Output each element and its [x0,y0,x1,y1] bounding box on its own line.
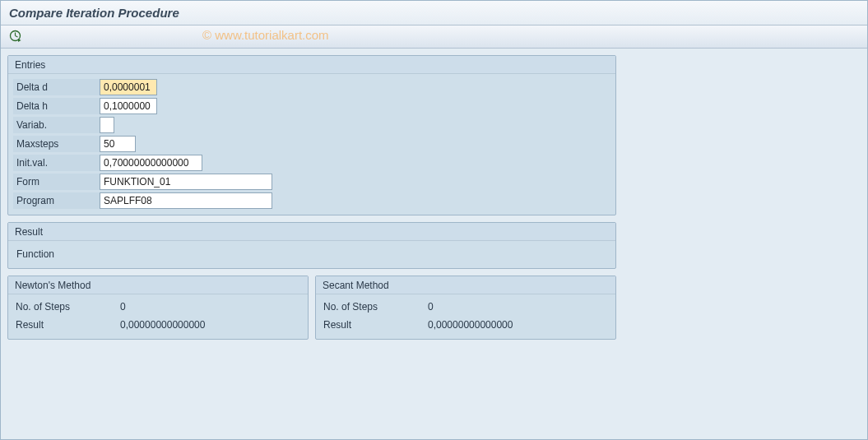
clock-execute-icon [9,30,21,44]
secant-header: Secant Method [316,276,615,294]
secant-body: No. of Steps 0 Result 0,00000000000000 [316,294,615,339]
watermark-text: © www.tutorialkart.com [202,28,329,42]
row-form: Form [13,172,610,191]
secant-steps-label: No. of Steps [321,301,411,313]
result-header: Result [8,223,615,241]
newton-body: No. of Steps 0 Result 0,00000000000000 [8,294,308,339]
row-initval: Init.val. [13,153,610,172]
row-delta-d: Delta d [13,77,610,96]
row-program: Program [13,191,610,210]
label-function: Function [13,246,79,262]
newton-result-label: Result [13,319,104,331]
toolbar: © www.tutorialkart.com [1,25,867,49]
result-group: Result Function [7,222,616,269]
secant-steps-value: 0 [428,301,434,313]
input-delta-h[interactable] [100,98,157,114]
secant-steps-row: No. of Steps 0 [321,298,610,316]
entries-header: Entries [8,56,615,74]
label-delta-h: Delta h [13,98,100,114]
newton-result-row: Result 0,00000000000000 [13,316,303,334]
input-variab[interactable] [100,117,114,133]
secant-group: Secant Method No. of Steps 0 Result 0,00… [315,276,616,340]
secant-result-row: Result 0,00000000000000 [321,316,610,334]
content-area: Entries Delta d Delta h Variab. Maxsteps [1,49,867,439]
input-form[interactable] [100,174,272,190]
label-program: Program [13,192,100,209]
page-title: Compare Iteration Procedure [9,6,859,20]
title-bar: Compare Iteration Procedure [1,1,867,25]
entries-group: Entries Delta d Delta h Variab. Maxsteps [7,55,616,215]
input-maxsteps[interactable] [100,136,136,152]
newton-header: Newton's Method [8,276,308,294]
row-function: Function [13,244,610,263]
input-initval[interactable] [100,155,202,171]
label-form: Form [13,174,100,190]
secant-result-value: 0,00000000000000 [428,319,513,331]
row-delta-h: Delta h [13,96,610,115]
svg-line-2 [15,35,17,37]
label-delta-d: Delta d [13,79,100,95]
execute-button[interactable] [6,29,24,45]
newton-steps-value: 0 [120,301,126,313]
result-body: Function [8,241,615,268]
newton-group: Newton's Method No. of Steps 0 Result 0,… [7,276,309,340]
input-program[interactable] [100,192,272,209]
entries-body: Delta d Delta h Variab. Maxsteps Init.va [8,74,615,215]
label-maxsteps: Maxsteps [13,136,100,152]
app-window: Compare Iteration Procedure © www.tutori… [0,0,868,440]
newton-steps-row: No. of Steps 0 [13,298,303,316]
input-delta-d[interactable] [100,79,157,95]
newton-steps-label: No. of Steps [13,301,104,313]
label-variab: Variab. [13,117,100,133]
methods-row: Newton's Method No. of Steps 0 Result 0,… [7,276,616,340]
row-maxsteps: Maxsteps [13,134,610,153]
row-variab: Variab. [13,115,610,134]
svg-marker-3 [18,39,21,42]
newton-result-value: 0,00000000000000 [120,319,205,331]
secant-result-label: Result [321,319,411,331]
label-initval: Init.val. [13,155,100,171]
